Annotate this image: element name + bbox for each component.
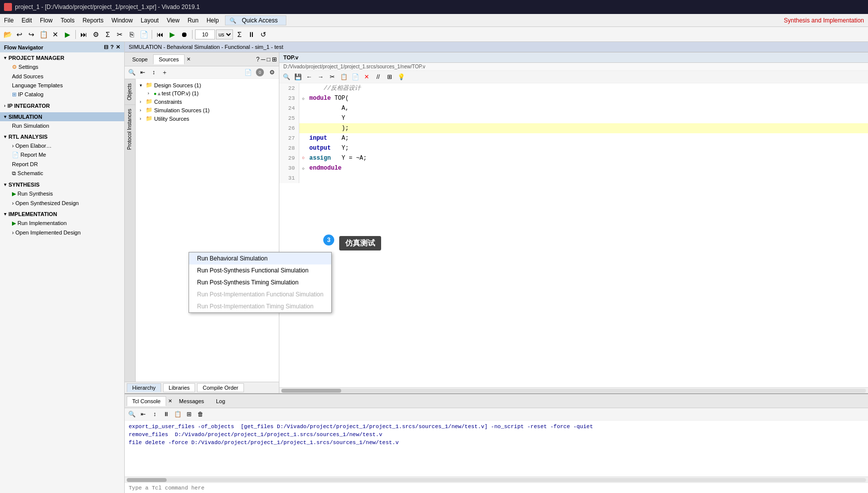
console-hscroll[interactable]: [125, 477, 868, 483]
nav-ip-catalog[interactable]: ⊞ IP Catalog: [0, 90, 124, 99]
nav-open-elab[interactable]: › Open Elabor…: [0, 141, 124, 150]
tb-redo-btn[interactable]: ↪: [26, 29, 37, 40]
sources-file-btn[interactable]: 📄: [243, 67, 253, 77]
menu-help[interactable]: Help: [203, 16, 223, 25]
tb-copy-btn[interactable]: 📋: [38, 29, 49, 40]
nav-report-me[interactable]: 📄 Report Me: [0, 150, 124, 160]
console-input[interactable]: [125, 483, 868, 493]
menu-file[interactable]: File: [0, 16, 17, 25]
tree-constraints[interactable]: › 📁 Constraints: [136, 97, 279, 106]
code-editor[interactable]: 22 //反相器设计 23 ◇ module TOP( 24 A,: [279, 83, 868, 387]
tab-scope[interactable]: Scope: [127, 54, 153, 64]
console-expand-btn[interactable]: ↕: [150, 409, 160, 419]
tb-delete-btn[interactable]: ✕: [50, 29, 61, 40]
tab-messages[interactable]: Messages: [174, 397, 209, 406]
quick-access[interactable]: 🔍 Quick Access: [225, 15, 286, 25]
tree-sim-sources[interactable]: › 📁 Simulation Sources (1): [136, 106, 279, 114]
tb-cut-btn[interactable]: ✂: [114, 29, 125, 40]
console-pause-btn[interactable]: ⏸: [161, 409, 171, 419]
code-delete-btn[interactable]: ✕: [362, 72, 372, 82]
nav-settings[interactable]: ⚙ Settings: [0, 62, 124, 72]
sources-search-btn[interactable]: 🔍: [127, 67, 137, 77]
code-hscroll[interactable]: [279, 387, 868, 393]
tab-sources[interactable]: Sources: [153, 54, 184, 64]
tb-sigma-btn[interactable]: Σ: [102, 29, 113, 40]
code-fwd-btn[interactable]: →: [316, 72, 326, 82]
nav-pin-icon[interactable]: ⊟: [104, 44, 108, 50]
menu-view[interactable]: View: [163, 16, 184, 25]
sources-min-icon[interactable]: ─: [261, 56, 265, 63]
sources-max-icon[interactable]: ⊞: [272, 56, 277, 63]
nav-language-templates[interactable]: Language Templates: [0, 81, 124, 90]
tb-play-btn[interactable]: ▶: [167, 29, 178, 40]
code-copy-btn[interactable]: 📋: [339, 72, 349, 82]
sources-expand-btn[interactable]: ↕: [149, 67, 159, 77]
bot-tab-libraries[interactable]: Libraries: [163, 383, 195, 392]
time-unit-select[interactable]: usnsps: [216, 29, 233, 39]
console-collapse-btn[interactable]: ⇤: [138, 409, 148, 419]
console-search-btn[interactable]: 🔍: [127, 409, 137, 419]
console-clear-btn[interactable]: 🗑: [196, 409, 206, 419]
section-title-implementation[interactable]: ▾ IMPLEMENTATION: [0, 210, 124, 219]
tb-step-btn[interactable]: ⏭: [78, 29, 89, 40]
menu-window[interactable]: Window: [107, 16, 137, 25]
tab-tcl-console[interactable]: Tcl Console: [127, 396, 166, 406]
nav-help-icon[interactable]: ?: [110, 44, 114, 50]
nav-schematic[interactable]: ⧉ Schematic: [0, 169, 124, 178]
time-value-input[interactable]: [195, 29, 215, 39]
tcl-console-close[interactable]: ✕: [168, 398, 172, 404]
code-cut-btn[interactable]: ✂: [327, 72, 337, 82]
nav-run-impl[interactable]: ▶ Run Implementation: [0, 219, 124, 228]
hscroll-thumb[interactable]: [281, 389, 341, 393]
code-light-btn[interactable]: 💡: [396, 72, 406, 82]
tree-utility-sources[interactable]: › 📁 Utility Sources: [136, 114, 279, 123]
tb-record-btn[interactable]: ⏺: [179, 29, 190, 40]
code-save-btn[interactable]: 💾: [293, 72, 303, 82]
tb-refresh-btn[interactable]: ↺: [258, 29, 269, 40]
ctx-post-synth-func[interactable]: Run Post-Synthesis Functional Simulation: [189, 264, 331, 276]
section-title-synthesis[interactable]: ▾ SYNTHESIS: [0, 180, 124, 189]
section-title-project-manager[interactable]: ▾ PROJECT MANAGER: [0, 53, 124, 62]
tb-sum-btn[interactable]: Σ: [234, 29, 245, 40]
tb-pause-btn[interactable]: ⏸: [246, 29, 257, 40]
tb-paste-btn[interactable]: 📄: [138, 29, 149, 40]
console-copy-btn[interactable]: 📋: [173, 409, 183, 419]
tb-copy2-btn[interactable]: ⎘: [126, 29, 137, 40]
nav-close-icon[interactable]: ✕: [116, 44, 120, 50]
sources-restore-icon[interactable]: □: [267, 56, 270, 63]
menu-flow[interactable]: Flow: [36, 16, 56, 25]
nav-open-synth[interactable]: › Open Synthesized Design: [0, 199, 124, 208]
sources-add-btn[interactable]: ＋: [160, 67, 170, 77]
tb-first-btn[interactable]: ⏮: [155, 29, 166, 40]
menu-reports[interactable]: Reports: [78, 16, 107, 25]
menu-edit[interactable]: Edit: [17, 16, 36, 25]
code-back-btn[interactable]: ←: [304, 72, 314, 82]
nav-add-sources[interactable]: Add Sources: [0, 72, 124, 81]
tb-undo-btn[interactable]: ↩: [14, 29, 25, 40]
side-tab-protocol[interactable]: Protocol Instances: [125, 104, 135, 154]
sources-settings-btn[interactable]: ⚙: [267, 67, 277, 77]
menu-layout[interactable]: Layout: [137, 16, 163, 25]
section-title-simulation[interactable]: ▾ SIMULATION: [0, 112, 124, 121]
sources-collapse-btn[interactable]: ⇤: [138, 67, 148, 77]
bot-tab-hierarchy[interactable]: Hierarchy: [127, 383, 161, 392]
sources-tab-close[interactable]: ✕: [187, 56, 191, 62]
tb-run-btn[interactable]: ▶: [62, 29, 73, 40]
tb-settings-btn[interactable]: ⚙: [90, 29, 101, 40]
tab-log[interactable]: Log: [211, 397, 230, 406]
code-table-btn[interactable]: ⊞: [385, 72, 395, 82]
menu-tools[interactable]: Tools: [56, 16, 78, 25]
console-hscroll-thumb[interactable]: [127, 478, 167, 482]
code-comment-btn[interactable]: //: [373, 72, 383, 82]
ctx-post-synth-timing[interactable]: Run Post-Synthesis Timing Simulation: [189, 276, 331, 288]
nav-run-simulation[interactable]: Run Simulation: [0, 121, 124, 130]
section-title-rtl-analysis[interactable]: ▾ RTL ANALYSIS: [0, 132, 124, 141]
console-table-btn[interactable]: ⊞: [184, 409, 194, 419]
menu-run[interactable]: Run: [184, 16, 203, 25]
side-tab-objects[interactable]: Objects: [125, 79, 135, 104]
bot-tab-compile[interactable]: Compile Order: [197, 383, 244, 392]
code-paste-btn[interactable]: 📄: [350, 72, 360, 82]
tree-test-file[interactable]: › ● ▲ test (TOP.v) (1): [136, 89, 279, 97]
code-search-btn[interactable]: 🔍: [281, 72, 291, 82]
tb-open-btn[interactable]: 📂: [2, 29, 13, 40]
